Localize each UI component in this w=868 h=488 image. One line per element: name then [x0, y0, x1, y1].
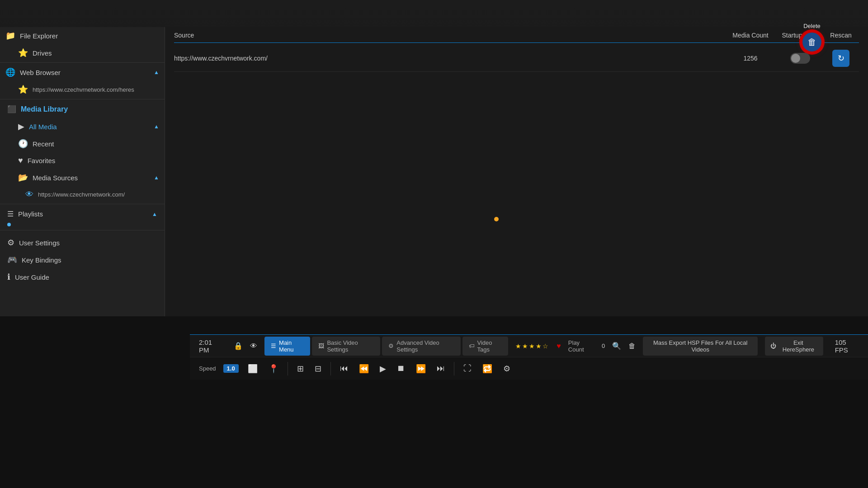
sidebar-item-web-browser[interactable]: 🌐 Web Browser ▲: [0, 64, 165, 81]
all-media-collapse[interactable]: ▲: [154, 123, 159, 130]
orange-dot: [494, 217, 499, 221]
sidebar-item-file-explorer[interactable]: 📁 File Explorer: [0, 27, 165, 44]
delete-button[interactable]: 🗑: [801, 31, 823, 53]
settings-ctrl-icon[interactable]: ⚙: [501, 362, 512, 375]
col-media-count-header: Media Count: [723, 32, 778, 39]
separator-1: [288, 362, 288, 375]
eye-status-icon: 👁: [250, 342, 257, 350]
loop-icon[interactable]: 🔁: [481, 362, 494, 375]
play-ctrl-icon[interactable]: ▶: [378, 362, 388, 375]
sidebar-item-recent[interactable]: 🕐 Recent: [0, 135, 165, 152]
skip-forward-icon[interactable]: ⏭: [435, 362, 447, 375]
delete-status-icon[interactable]: 🗑: [628, 342, 636, 350]
play-count-label: Play Count: [568, 339, 594, 353]
rescan-cell: ↻: [823, 50, 859, 67]
tab-basic-video-settings[interactable]: 🖼 Basic Video Settings: [312, 337, 380, 356]
all-media-row[interactable]: ▶ All Media ▲: [0, 118, 165, 135]
media-count-value: 1256: [723, 55, 778, 62]
media-sources-row[interactable]: 📂 Media Sources ▲: [0, 169, 165, 186]
playlists-dot: [7, 223, 11, 226]
sidebar-item-media-library[interactable]: ⬛ Media Library: [0, 100, 165, 118]
globe-icon: 🌐: [5, 67, 15, 77]
col-rescan-header: Rescan: [823, 32, 859, 39]
sidebar-item-web-browser-url[interactable]: ⭐ https://www.czechvrnetwork.com/heres: [0, 81, 165, 98]
sidebar-item-drives[interactable]: ⭐ Drives: [0, 44, 165, 61]
mass-export-button[interactable]: Mass Export HSP Files For All Local Vide…: [643, 337, 758, 356]
gear-icon: ⚙: [7, 238, 14, 248]
tab-video-tags[interactable]: 🏷 Video Tags: [462, 337, 509, 356]
rescan-button[interactable]: ↻: [832, 50, 849, 67]
main-menu-label: Main Menu: [279, 339, 304, 353]
crop-icon[interactable]: ⬜: [246, 362, 259, 375]
tab-advanced-video-settings[interactable]: ⚙ Advanced Video Settings: [382, 337, 460, 356]
delete-button-container: Delete 🗑: [801, 23, 823, 53]
sidebar-item-key-bindings[interactable]: 🎮 Key Bindings: [0, 251, 165, 268]
image-icon: 🖼: [318, 343, 324, 349]
tab-main-menu[interactable]: ☰ Main Menu: [264, 337, 310, 356]
sidebar-item-all-media[interactable]: ▶ All Media: [0, 118, 154, 135]
table-row: https://www.czechvrnetwork.com/ 1256 ↻: [174, 45, 859, 72]
divider-4: [0, 230, 165, 230]
source-url: https://www.czechvrnetwork.com/: [174, 55, 723, 62]
divider-1: [0, 62, 165, 63]
main-content: Source Media Count Startup Scan Rescan D…: [165, 27, 868, 316]
play-count-value: 0: [602, 343, 605, 349]
web-browser-collapse[interactable]: ▲: [154, 69, 159, 75]
trash-icon: 🗑: [807, 37, 816, 47]
status-bar: 2:01 PM 🔒 👁 ☰ Main Menu 🖼 Basic Video Se…: [190, 334, 868, 357]
delete-label: Delete: [803, 23, 821, 29]
col-source-header: Source: [174, 32, 723, 39]
fullscreen-icon[interactable]: ⛶: [462, 362, 473, 375]
fps-display: 105 FPS: [835, 338, 859, 354]
sidebar-item-playlists[interactable]: ☰ Playlists ▲: [0, 205, 165, 223]
time-display: 2:01 PM: [199, 338, 222, 354]
star-rating[interactable]: ★★★★☆: [515, 343, 549, 350]
sidebar-item-media-sources[interactable]: 📂 Media Sources: [0, 169, 154, 186]
sidebar-item-user-settings[interactable]: ⚙ User Settings: [0, 234, 165, 251]
multi-grid-icon[interactable]: ⊟: [313, 362, 323, 375]
grid-view-icon[interactable]: ⊞: [295, 362, 306, 375]
web-browser-url: https://www.czechvrnetwork.com/heres: [33, 86, 134, 93]
eye-icon: 👁: [25, 190, 33, 199]
pin-icon[interactable]: 📍: [267, 362, 280, 375]
sidebar-item-media-source-url[interactable]: 👁 https://www.czechvrnetwork.com/: [0, 186, 165, 203]
separator-2: [330, 362, 331, 375]
heart-icon: ♥: [18, 156, 23, 165]
controls-bar: Speed 1.0 ⬜ 📍 ⊞ ⊟ ⏮ ⏪ ▶ ⏹ ⏩ ⏭ ⛶ 🔁 ⚙: [190, 357, 868, 380]
gamepad-icon: 🎮: [7, 255, 17, 265]
sidebar-item-favorites[interactable]: ♥ Favorites: [0, 152, 165, 169]
divider-2: [0, 99, 165, 99]
search-icon[interactable]: 🔍: [612, 342, 621, 350]
video-tags-label: Video Tags: [477, 339, 502, 353]
media-source-url: https://www.czechvrnetwork.com/: [38, 191, 125, 198]
playlists-icon: ☰: [7, 210, 14, 218]
play-icon: ▶: [18, 122, 24, 131]
playlists-collapse[interactable]: ▲: [152, 211, 157, 217]
heart-status-icon[interactable]: ♥: [557, 342, 561, 350]
recent-label: Recent: [33, 140, 54, 148]
exit-button[interactable]: ⏻ Exit HereSphere: [765, 337, 823, 356]
media-sources-collapse[interactable]: ▲: [154, 174, 159, 181]
sidebar: 📁 File Explorer ⭐ Drives 🌐 Web Browser ▲…: [0, 27, 165, 316]
divider-3: [0, 204, 165, 204]
key-bindings-label: Key Bindings: [22, 256, 61, 264]
rewind-icon[interactable]: ⏪: [357, 362, 371, 375]
stop-icon[interactable]: ⏹: [395, 362, 407, 375]
fast-forward-icon[interactable]: ⏩: [414, 362, 428, 375]
info-icon: ℹ: [7, 272, 10, 282]
media-sources-label: Media Sources: [33, 174, 78, 182]
sidebar-item-user-guide[interactable]: ℹ User Guide: [0, 268, 165, 286]
star-icon: ⭐: [18, 48, 28, 58]
media-library-label: Media Library: [21, 105, 68, 113]
file-explorer-label: File Explorer: [20, 32, 58, 40]
gear-status-icon: ⚙: [388, 343, 394, 349]
startup-scan-toggle[interactable]: [790, 53, 810, 64]
app-container: 📁 File Explorer ⭐ Drives 🌐 Web Browser ▲…: [0, 0, 868, 488]
skip-back-icon[interactable]: ⏮: [338, 362, 350, 375]
media-library-icon: ⬛: [7, 105, 16, 113]
speed-value: 1.0: [223, 364, 239, 373]
advanced-video-settings-label: Advanced Video Settings: [396, 339, 454, 353]
main-menu-icon: ☰: [271, 343, 276, 349]
power-icon: ⏻: [770, 343, 776, 349]
source-url-text: https://www.czechvrnetwork.com/: [174, 55, 268, 62]
